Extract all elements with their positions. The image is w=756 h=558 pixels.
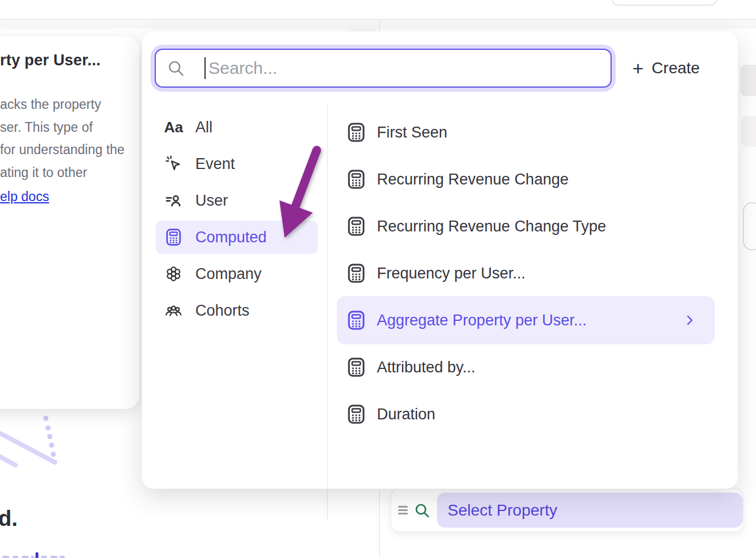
- calculator-icon: [163, 228, 184, 246]
- category-company[interactable]: Company: [156, 257, 318, 290]
- create-button[interactable]: + Create: [632, 52, 700, 84]
- create-button-label: Create: [652, 59, 700, 77]
- category-label: Computed: [195, 229, 267, 246]
- calculator-icon: [346, 263, 367, 284]
- category-user[interactable]: User: [156, 184, 318, 217]
- property-item-frequency-per-user[interactable]: Frequency per User...: [337, 249, 715, 297]
- category-label: Event: [195, 155, 235, 173]
- category-event[interactable]: Event: [156, 147, 318, 180]
- calculator-icon: [346, 216, 367, 237]
- property-item-attributed-by[interactable]: Attributed by...: [337, 343, 715, 391]
- property-label: Aggregate Property per User...: [377, 312, 586, 329]
- background-vertical-rule-short: [327, 490, 328, 520]
- plus-icon: +: [632, 58, 644, 78]
- background-vertical-rule-top: [379, 19, 380, 33]
- property-selector-card: Select Property: [391, 488, 743, 532]
- background-block-right-1: [740, 65, 756, 96]
- property-item-first-seen[interactable]: First Seen: [337, 108, 715, 156]
- category-computed[interactable]: Computed: [156, 221, 318, 254]
- text-format-icon: Aa: [163, 119, 184, 136]
- select-property-label: Select Property: [448, 501, 557, 520]
- tooltip-body-line: ser. This type of: [0, 116, 139, 139]
- category-all[interactable]: Aa All: [156, 111, 318, 144]
- property-label: Recurring Revenue Change: [377, 171, 569, 188]
- calculator-icon: [346, 310, 367, 331]
- calculator-icon: [346, 404, 367, 425]
- drag-handle-icon[interactable]: [398, 506, 408, 514]
- background-pill-partial: [611, 0, 718, 6]
- property-label: Recurring Revenue Change Type: [377, 218, 606, 235]
- company-icon: [163, 265, 184, 283]
- property-picker-modal: + Create Aa All Event: [142, 32, 738, 489]
- user-icon: [163, 191, 184, 210]
- tooltip-body: acks the property ser. This type of for …: [0, 93, 139, 184]
- search-field: [155, 49, 612, 88]
- tooltip-title: rty per User...: [0, 52, 139, 69]
- tooltip-body-line: acks the property: [0, 93, 139, 116]
- property-label: Frequency per User...: [377, 265, 526, 282]
- property-label: Attributed by...: [377, 359, 475, 376]
- category-label: User: [195, 192, 228, 210]
- clipped-link-fragment: [2, 553, 71, 558]
- text-cursor: [204, 57, 206, 79]
- partial-heading: d.: [0, 506, 18, 531]
- property-search-icon: [413, 501, 431, 520]
- property-item-recurring-revenue-change-type[interactable]: Recurring Revenue Change Type: [337, 202, 715, 250]
- category-label: Cohorts: [195, 302, 250, 320]
- tooltip-body-line: for understanding the: [0, 139, 139, 162]
- calculator-icon: [346, 357, 367, 378]
- search-input[interactable]: [155, 49, 612, 88]
- category-cohorts[interactable]: Cohorts: [156, 294, 318, 327]
- calculator-icon: [346, 122, 367, 143]
- category-label: All: [195, 119, 212, 136]
- background-outlined-block-right: [743, 202, 756, 250]
- property-label: Duration: [377, 406, 435, 423]
- background-vertical-rule-bottom: [379, 490, 380, 558]
- calculator-icon: [346, 169, 367, 190]
- cohorts-icon: [163, 301, 184, 320]
- select-property-button[interactable]: Select Property: [437, 493, 743, 528]
- property-tooltip: rty per User... acks the property ser. T…: [0, 37, 139, 409]
- screen: d. rty per User... acks the property ser…: [0, 0, 756, 558]
- category-label: Company: [195, 265, 262, 283]
- modal-column-divider: [327, 105, 328, 489]
- property-item-duration[interactable]: Duration: [337, 390, 715, 438]
- property-item-recurring-revenue-change[interactable]: Recurring Revenue Change: [337, 155, 715, 203]
- property-item-aggregate-property-per-user[interactable]: Aggregate Property per User...: [337, 296, 715, 344]
- event-click-icon: [163, 155, 184, 173]
- help-docs-link[interactable]: elp docs: [0, 189, 49, 205]
- tooltip-body-line: ating it to other: [0, 162, 139, 184]
- background-block-right-2: [741, 116, 756, 147]
- property-label: First Seen: [377, 124, 447, 142]
- chevron-right-icon: [683, 313, 696, 327]
